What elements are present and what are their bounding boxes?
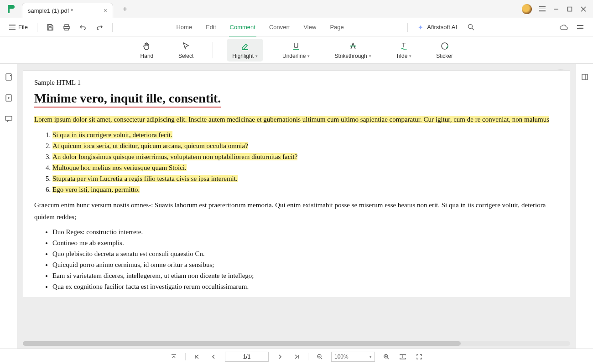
- list-item: At quicum ioca seria, ut dicitur, quicum…: [52, 140, 559, 151]
- dropdown-caret-icon[interactable]: ▾: [369, 54, 371, 58]
- hamburger-menu-icon[interactable]: [536, 2, 549, 16]
- doc-para1: Lorem ipsum dolor sit amet, consectetur …: [34, 115, 559, 125]
- cloud-icon[interactable]: [557, 21, 570, 34]
- tool-select[interactable]: Select: [173, 39, 199, 62]
- close-window-icon[interactable]: [577, 2, 590, 16]
- print-icon[interactable]: [60, 21, 73, 34]
- new-tab-button[interactable]: +: [119, 3, 131, 15]
- menu-view[interactable]: View: [302, 22, 317, 32]
- next-page-icon[interactable]: [275, 352, 285, 362]
- svg-rect-8: [65, 28, 68, 30]
- list-item: Multoque hoc melius nos veriusque quam S…: [52, 162, 559, 173]
- user-avatar[interactable]: [522, 4, 532, 14]
- tool-strikethrough[interactable]: Strikethrough▾: [329, 39, 376, 62]
- search-icon[interactable]: [464, 21, 477, 34]
- separator: [185, 353, 186, 360]
- dropdown-caret-icon: ▾: [369, 354, 372, 359]
- menu-comment[interactable]: Comment: [229, 22, 256, 37]
- tool-label: Sticker: [436, 53, 453, 59]
- svg-text:T: T: [402, 41, 406, 49]
- separator: [407, 23, 408, 32]
- sticker-icon: [440, 41, 450, 51]
- tool-highlight[interactable]: Highlight▾: [227, 39, 263, 62]
- undo-icon[interactable]: [77, 21, 89, 34]
- list-item: Ego vero isti, inquam, permitto.: [52, 184, 559, 195]
- hamburger-icon: [9, 25, 16, 30]
- scrollbar-thumb[interactable]: [23, 341, 461, 346]
- underline-icon: [291, 41, 301, 51]
- svg-rect-1: [568, 7, 572, 11]
- zoom-value: 100%: [334, 354, 349, 360]
- close-tab-icon[interactable]: ×: [104, 7, 107, 14]
- redo-icon[interactable]: [93, 21, 106, 34]
- tool-label: Tilde: [396, 53, 408, 59]
- doc-heading: Minime vero, inquit ille, consentit.: [34, 91, 221, 108]
- menubar: File Home Edit Comment Convert View Page…: [0, 18, 593, 36]
- list-item: Duo Reges: constructio interrete.: [52, 226, 559, 237]
- doc-ordered-list: Si qua in iis corrigere voluit, deterior…: [52, 129, 559, 195]
- menu-convert[interactable]: Convert: [268, 22, 291, 32]
- zoom-select[interactable]: 100% ▾: [331, 352, 375, 362]
- svg-point-17: [10, 75, 10, 76]
- list-item: Eam si varietatem diceres, intellegerem,…: [52, 270, 559, 281]
- svg-rect-24: [582, 74, 588, 80]
- right-rail: [576, 64, 593, 349]
- page-number-input[interactable]: [225, 352, 269, 362]
- horizontal-scrollbar[interactable]: [23, 341, 570, 346]
- titlebar: sample1 (1).pdf * × +: [0, 0, 593, 18]
- tab-title: sample1 (1).pdf *: [28, 7, 73, 14]
- menubar-tabs: Home Edit Comment Convert View Page: [119, 22, 401, 32]
- scroll-top-icon[interactable]: [169, 352, 179, 362]
- hand-icon: [142, 41, 152, 51]
- tool-hand[interactable]: Hand: [135, 39, 159, 62]
- canvas: W Sample HTML 1 Minime vero, inquit ille…: [17, 64, 576, 349]
- zoom-out-icon[interactable]: [315, 352, 325, 362]
- sparkle-icon: ✦: [418, 24, 423, 31]
- dropdown-caret-icon[interactable]: ▾: [255, 54, 258, 58]
- ai-button[interactable]: ✦ Afirstsoft AI: [414, 22, 461, 33]
- prev-page-icon[interactable]: [208, 352, 218, 362]
- ai-label: Afirstsoft AI: [427, 24, 457, 31]
- list-item: Quo plebiscito decreta a senatu est cons…: [52, 248, 559, 259]
- file-menu-button[interactable]: File: [6, 22, 31, 32]
- panel-toggle-icon[interactable]: [574, 21, 587, 34]
- doc-unordered-list: Duo Reges: constructio interrete. Contin…: [52, 226, 559, 292]
- pdf-page[interactable]: Sample HTML 1 Minime vero, inquit ille, …: [23, 70, 570, 298]
- separator: [112, 23, 113, 32]
- highlighter-icon: [240, 41, 250, 51]
- list-item: An dolor longissimus quisque miserrimus,…: [52, 151, 559, 162]
- list-item: Qua ex cognitione facilior facta est inv…: [52, 281, 559, 292]
- minimize-icon[interactable]: [549, 2, 563, 16]
- main-area: W Sample HTML 1 Minime vero, inquit ille…: [0, 64, 593, 349]
- svg-line-31: [321, 358, 322, 359]
- last-page-icon[interactable]: [291, 352, 302, 362]
- menu-home[interactable]: Home: [175, 22, 193, 32]
- svg-rect-16: [6, 74, 11, 80]
- tool-tilde[interactable]: T Tilde▾: [390, 39, 417, 62]
- tool-underline[interactable]: Underline▾: [277, 39, 315, 62]
- bookmarks-icon[interactable]: [4, 93, 14, 103]
- menu-page[interactable]: Page: [329, 22, 344, 32]
- separator: [37, 23, 37, 32]
- first-page-icon[interactable]: [192, 352, 202, 362]
- separator: [213, 42, 213, 58]
- doc-para2b: quidem reddes;: [34, 212, 559, 222]
- dropdown-caret-icon[interactable]: ▾: [307, 54, 310, 58]
- document-tab[interactable]: sample1 (1).pdf * ×: [22, 3, 113, 18]
- doc-para3: Me igitur ipsum ames oportet, non mea, s…: [52, 297, 559, 298]
- menu-edit[interactable]: Edit: [205, 22, 217, 32]
- right-panel-toggle-icon[interactable]: [580, 72, 590, 82]
- comments-panel-icon[interactable]: [4, 114, 14, 124]
- tool-label: Select: [178, 53, 193, 59]
- svg-point-15: [442, 43, 448, 49]
- save-icon[interactable]: [44, 21, 57, 34]
- thumbnails-icon[interactable]: [4, 72, 14, 82]
- fit-width-icon[interactable]: [398, 352, 408, 362]
- list-item: Quicquid porro animo cernimus, id omne o…: [52, 259, 559, 270]
- tool-sticker[interactable]: Sticker: [431, 39, 458, 62]
- dropdown-caret-icon[interactable]: ▾: [409, 54, 411, 58]
- zoom-in-icon[interactable]: [381, 352, 391, 362]
- maximize-icon[interactable]: [563, 2, 577, 16]
- fullscreen-icon[interactable]: [414, 352, 424, 362]
- svg-rect-4: [49, 25, 51, 26]
